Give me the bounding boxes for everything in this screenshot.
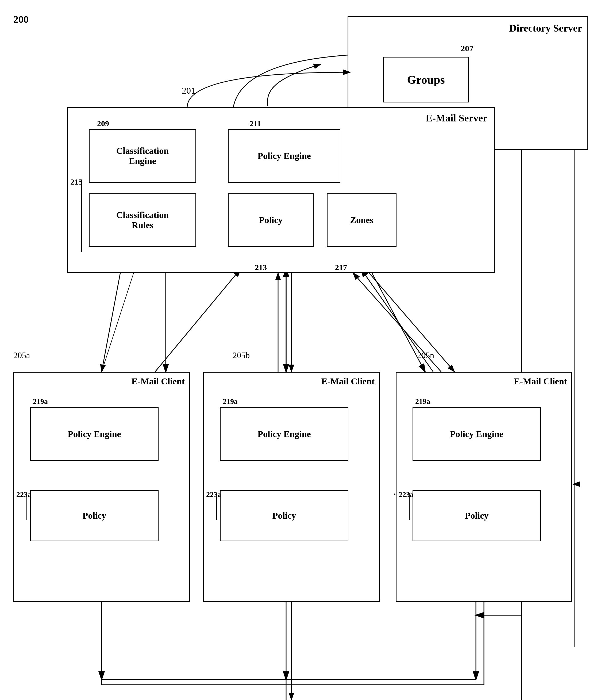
svg-line-24 xyxy=(369,273,455,372)
policy-engine-n-label: Policy Engine xyxy=(450,429,503,439)
ref-205b: 205b xyxy=(233,351,250,360)
policy-b-label: Policy xyxy=(273,511,296,521)
email-client-b-box: E-Mail Client Policy Engine 219a Policy … xyxy=(203,372,380,602)
email-client-a-label: E-Mail Client xyxy=(131,376,185,386)
email-client-n-box: E-Mail Client Policy Engine 219a Policy … xyxy=(396,372,572,602)
diagram-number: 200 xyxy=(13,13,29,25)
ref-213: 213 xyxy=(255,263,267,272)
classification-rules-label: ClassificationRules xyxy=(116,210,169,230)
policy-a-label: Policy xyxy=(83,511,107,521)
svg-line-20 xyxy=(101,273,120,372)
ref-211: 211 xyxy=(249,119,261,128)
policy-engine-a-label: Policy Engine xyxy=(68,429,121,439)
policy-n-label: Policy xyxy=(465,511,489,521)
classification-engine-label: ClassificationEngine xyxy=(116,146,169,166)
policy-server-box: Policy xyxy=(228,193,314,247)
policy-engine-a-box: Policy Engine xyxy=(30,407,158,461)
svg-line-6 xyxy=(369,267,425,372)
email-client-n-label: E-Mail Client xyxy=(514,376,567,386)
groups-box: Groups xyxy=(383,57,469,102)
policy-engine-server-box: Policy Engine xyxy=(228,129,340,183)
ref-219a-left: 219a xyxy=(33,397,48,406)
svg-line-7 xyxy=(155,269,241,372)
policy-server-label: Policy xyxy=(259,215,283,225)
policy-engine-b-label: Policy Engine xyxy=(258,429,311,439)
groups-label: Groups xyxy=(407,73,445,87)
email-server-box: E-Mail Server ClassificationEngine 209 C… xyxy=(67,107,495,273)
email-server-label: E-Mail Server xyxy=(426,112,487,124)
ref-201: 201 xyxy=(182,86,195,96)
policy-engine-n-box: Policy Engine xyxy=(413,407,541,461)
email-client-b-label: E-Mail Client xyxy=(321,376,375,386)
ref-223a-left: 223a xyxy=(16,490,31,499)
svg-line-21 xyxy=(101,273,134,372)
ref-219a-right: 219a xyxy=(415,397,430,406)
ref-223a-center: 223a xyxy=(206,490,221,499)
policy-engine-b-box: Policy Engine xyxy=(220,407,348,461)
policy-n-box: Policy xyxy=(413,490,541,541)
classification-rules-box: ClassificationRules xyxy=(89,193,196,247)
ref-217: 217 xyxy=(335,263,347,272)
ref-219a-center: 219a xyxy=(223,397,238,406)
ref-209: 209 xyxy=(97,119,109,128)
policy-a-box: Policy xyxy=(30,490,158,541)
directory-server-label: Directory Server xyxy=(509,22,582,34)
zones-label: Zones xyxy=(350,215,374,225)
policy-engine-server-label: Policy Engine xyxy=(258,151,311,161)
zones-box: Zones xyxy=(327,193,397,247)
policy-b-box: Policy xyxy=(220,490,348,541)
diagram: 200 Directory Server Groups 207 203 E-Ma… xyxy=(0,0,612,700)
ref-215: 215 xyxy=(70,177,82,187)
ref-207: 207 xyxy=(461,44,473,54)
ref-205n: 205n xyxy=(417,351,434,360)
email-client-a-box: E-Mail Client Policy Engine 219a Policy … xyxy=(13,372,190,602)
classification-engine-box: ClassificationEngine xyxy=(89,129,196,183)
ref-223a-right: 223a xyxy=(399,490,414,499)
ref-205a: 205a xyxy=(13,351,30,360)
